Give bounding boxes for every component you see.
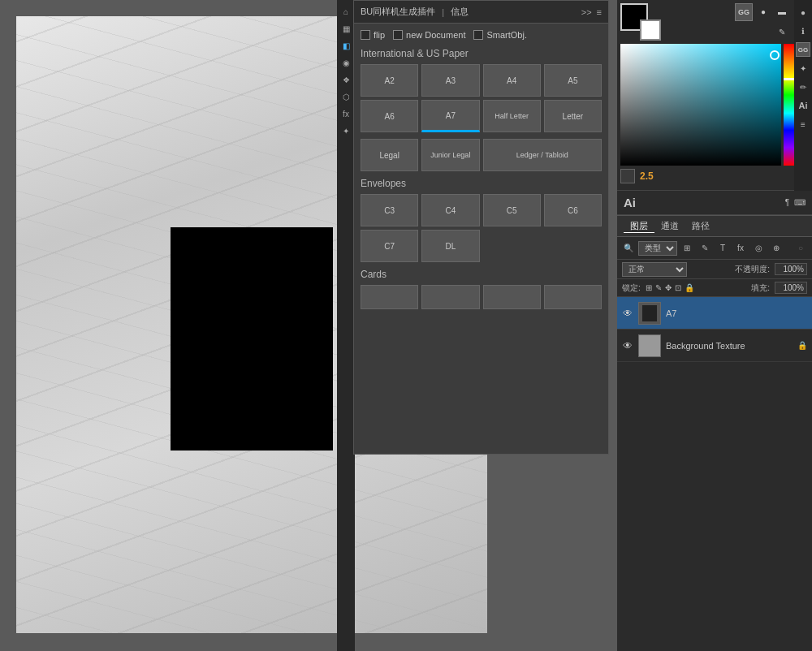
lock-all-icon[interactable]: 🔒 [685, 283, 694, 292]
tab-channels[interactable]: 通道 [654, 220, 685, 232]
gradient-icon[interactable]: ▬ [774, 3, 790, 19]
paper-btn-a3[interactable]: A3 [421, 64, 479, 97]
cards-grid [361, 285, 602, 309]
filter-icon-4[interactable]: fx [732, 240, 749, 257]
paper-btn-a2[interactable]: A2 [361, 64, 418, 97]
blend-mode-select[interactable]: 正常 [622, 262, 687, 277]
ai-label: Ai [624, 196, 636, 209]
envelope-c5[interactable]: C5 [483, 194, 541, 226]
card-1[interactable] [361, 285, 418, 309]
flip-checkbox[interactable] [361, 30, 370, 40]
layers-filter-bar: 🔍 类型 ⊞ ✎ T fx ◎ ⊕ ○ [617, 237, 812, 260]
new-doc-label: new Document [406, 30, 465, 40]
lock-transparent-icon[interactable]: ⊞ [646, 283, 652, 292]
smart-obj-checkbox[interactable] [473, 30, 483, 40]
envelope-dl[interactable]: DL [421, 230, 479, 262]
opacity-input[interactable] [775, 263, 807, 275]
paper-btn-letter[interactable]: Letter [544, 100, 602, 132]
card-3[interactable] [483, 285, 541, 309]
card-2[interactable] [421, 285, 479, 309]
tab-layers[interactable]: 图层 [624, 220, 654, 233]
home-icon[interactable]: ⌂ [339, 4, 353, 19]
sparkle-icon[interactable]: ✦ [796, 61, 810, 75]
fill-input[interactable] [775, 282, 807, 294]
filter-search-icon: 🔍 [620, 240, 637, 257]
filter-icon-6[interactable]: ⊕ [768, 240, 784, 257]
envelope-c6[interactable]: C6 [544, 194, 602, 226]
color-edit-icon[interactable]: ✎ [774, 24, 790, 40]
flip-option[interactable]: flip [361, 30, 385, 40]
color-section: GG ● ▬ ⊞ ✎ ▷ 2.5 [617, 0, 812, 191]
tab-paths[interactable]: 路径 [685, 220, 716, 232]
background-swatch[interactable] [640, 19, 661, 41]
lock-position-icon[interactable]: ✥ [665, 283, 672, 292]
color-mode-icon[interactable]: ● [796, 5, 810, 19]
color-picker-icon[interactable]: ● [755, 3, 771, 19]
grid-icon[interactable]: ▦ [339, 21, 353, 36]
layer-bg-visibility[interactable]: 👁 [622, 340, 633, 351]
lock-artboard-icon[interactable]: ⊡ [675, 283, 681, 292]
paper-btn-a7[interactable]: A7 [421, 100, 479, 132]
layers-icon[interactable]: ◧ [339, 38, 353, 53]
envelope-c4[interactable]: C4 [421, 194, 479, 226]
panel-icon-7[interactable]: ≡ [796, 117, 810, 131]
pattern-icon[interactable]: ❖ [339, 72, 353, 87]
smart-obj-option[interactable]: SmartObj. [473, 30, 527, 40]
layers-panel: 图层 通道 路径 🔍 类型 ⊞ ✎ T fx ◎ ⊕ ○ 正常 不透明度: [617, 215, 812, 623]
layer-item-a7[interactable]: 👁 A7 [617, 297, 812, 330]
filter-icon-2[interactable]: ✎ [697, 240, 713, 257]
envelope-grid: C3 C4 C5 C6 C7 DL [361, 194, 602, 262]
color-hex-row: 2.5 [620, 169, 809, 183]
panel-header: BU同样机生成插件 | 信息 >> ≡ [354, 1, 608, 24]
paper-section-header: International & US Paper [361, 48, 602, 59]
adjust-icon[interactable]: ✦ [339, 123, 353, 138]
paper-btn-ledger[interactable]: Ledger / Tabloid [483, 139, 603, 171]
ai-tool-2[interactable]: ⌨ [794, 198, 806, 207]
cards-section-header: Cards [361, 269, 602, 280]
layer-a7-visibility[interactable]: 👁 [622, 308, 633, 319]
filter-icon-3[interactable]: T [715, 240, 731, 257]
cube-icon[interactable]: ⬡ [339, 89, 353, 104]
panel-icons: >> ≡ [581, 7, 602, 17]
hue-slider[interactable] [784, 44, 795, 166]
ai-right-icon[interactable]: Ai [796, 98, 810, 113]
layer-type-filter[interactable]: 类型 [638, 241, 677, 256]
right-vertical-icons: ● ℹ GG ✦ ✏ Ai ≡ [794, 0, 812, 191]
filter-icon-1[interactable]: ⊞ [679, 240, 695, 257]
info-icon[interactable]: ℹ [796, 24, 810, 38]
envelope-c7[interactable]: C7 [361, 230, 418, 262]
gg-button[interactable]: GG [735, 3, 753, 21]
panel-more-icon[interactable]: >> [581, 7, 592, 17]
lock-icons: ⊞ ✎ ✥ ⊡ 🔒 [646, 283, 694, 292]
layer-item-bg-texture[interactable]: 👁 Background Texture 🔒 [617, 330, 812, 362]
right-main-panel: GG ● ▬ ⊞ ✎ ▷ 2.5 Ai ¶ ⌨ 图层 [617, 0, 812, 651]
plugin-info-tab[interactable]: 信息 [451, 6, 469, 18]
color-swatches-area [620, 3, 661, 41]
paper-btn-a5[interactable]: A5 [544, 64, 602, 97]
filter-icon-5[interactable]: ◎ [750, 240, 767, 257]
filter-toggle[interactable]: ○ [793, 240, 809, 257]
drop-icon[interactable]: ◉ [339, 55, 353, 70]
ai-tool-1[interactable]: ¶ [785, 198, 789, 207]
paper-btn-legal[interactable]: Legal [361, 139, 418, 171]
ai-tools: ¶ ⌨ [785, 198, 806, 207]
new-doc-option[interactable]: new Document [393, 30, 465, 40]
layer-bg-thumbnail [638, 334, 661, 357]
color-gradient-area[interactable] [620, 44, 809, 166]
panel-sep: | [442, 7, 444, 17]
new-doc-checkbox[interactable] [393, 30, 403, 40]
envelope-c3[interactable]: C3 [361, 194, 418, 226]
lock-pixel-icon[interactable]: ✎ [655, 283, 662, 292]
paper-btn-a4[interactable]: A4 [483, 64, 541, 97]
color-saturation-field[interactable] [620, 44, 781, 166]
gg-panel-icon[interactable]: GG [796, 42, 810, 57]
brush-icon[interactable]: ✏ [796, 80, 810, 94]
paper-btn-junior-legal[interactable]: Junior Legal [421, 139, 479, 171]
gg-label: GG [738, 8, 749, 16]
fx-icon[interactable]: fx [339, 106, 353, 121]
panel-menu-icon[interactable]: ≡ [597, 7, 602, 17]
card-4[interactable] [544, 285, 602, 309]
paper-btn-half-letter[interactable]: Half Letter [483, 100, 541, 132]
opacity-label: 不透明度: [735, 264, 770, 275]
paper-btn-a6[interactable]: A6 [361, 100, 418, 132]
